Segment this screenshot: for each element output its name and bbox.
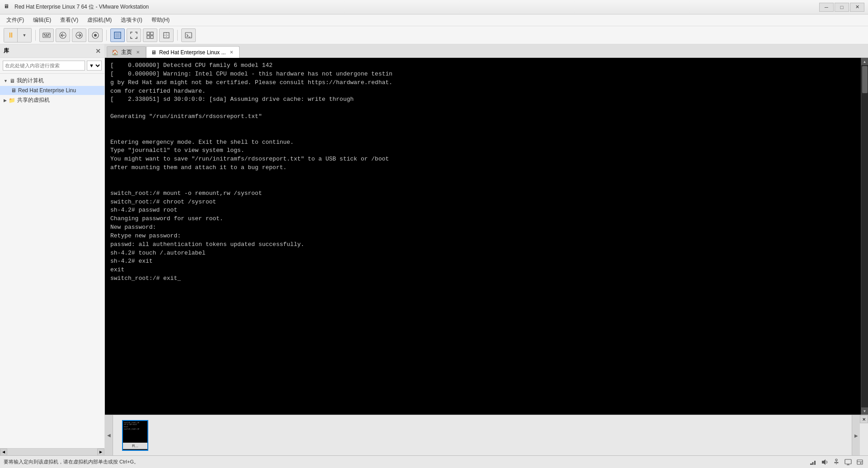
terminal-output: [ 0.000000] Detected CPU family 6 model …: [105, 58, 861, 287]
thumbnail-label: R...: [123, 443, 147, 449]
close-icon: ✕: [862, 417, 866, 422]
menu-vm[interactable]: 虚拟机(M): [83, 14, 116, 26]
sidebar-item-shared[interactable]: ▶ 📁 共享的虚拟机: [0, 95, 104, 105]
svg-rect-13: [147, 32, 150, 35]
svg-rect-23: [812, 462, 814, 465]
vm-area: [ 0.000000] Detected CPU family 6 model …: [105, 58, 868, 415]
scroll-thumb[interactable]: [862, 66, 868, 93]
sidebar-tree: ▼ 🖥 我的计算机 🖥 Red Hat Enterprise Linu ▶ 📁 …: [0, 74, 104, 448]
hscroll-left-button[interactable]: ◀: [0, 449, 7, 456]
svg-point-26: [835, 459, 837, 461]
close-button[interactable]: ✕: [850, 3, 864, 12]
thumbnail-screen: switch_root:/#sh-4.2# exitexitswitch_roo…: [123, 421, 147, 443]
toolbar-autofit[interactable]: [159, 28, 174, 42]
scroll-up-button[interactable]: ▲: [861, 58, 868, 65]
menu-help[interactable]: 帮助(H): [147, 14, 175, 26]
thumbnails-container: switch_root:/#sh-4.2# exitexitswitch_roo…: [113, 416, 157, 454]
thumbnail-scroll-right-button[interactable]: ▶: [852, 415, 860, 455]
toolbar-sep-3: [177, 30, 178, 41]
home-tab-close-button[interactable]: ✕: [135, 49, 141, 56]
toolbar-fullscreen[interactable]: [127, 28, 141, 42]
status-display-icon[interactable]: [844, 458, 853, 467]
toolbar: ⏸ ▼: [0, 26, 868, 44]
sidebar-item-rhel[interactable]: 🖥 Red Hat Enterprise Linu: [0, 86, 104, 95]
sidebar-item-label-rhel: Red Hat Enterprise Linu: [18, 87, 76, 94]
keyboard-icon: [42, 31, 51, 39]
menu-edit[interactable]: 编辑(E): [28, 14, 56, 26]
title-bar: 🖥 Red Hat Enterprise Linux 7 64 位 - VMwa…: [0, 0, 868, 14]
home-tab-icon: 🏠: [112, 49, 118, 56]
toolbar-sep-2: [106, 30, 107, 41]
normal-view-icon: [113, 31, 122, 39]
display-svg-icon: [844, 458, 852, 466]
computer-icon: 🖥: [9, 78, 15, 84]
sidebar-hscroll: ◀ ▶: [0, 448, 104, 455]
hscroll-track[interactable]: [7, 449, 97, 455]
status-network-icon[interactable]: [808, 458, 817, 467]
menu-file[interactable]: 文件(F): [2, 14, 28, 26]
sidebar-search-area: ▼: [0, 58, 104, 74]
svg-rect-34: [857, 460, 863, 464]
sidebar-title: 库: [4, 47, 9, 55]
rhel-tab-close-button[interactable]: ✕: [228, 49, 235, 56]
autofit-icon: [162, 31, 170, 39]
status-sound-icon[interactable]: [820, 458, 829, 467]
menu-view[interactable]: 查看(V): [56, 14, 83, 26]
snapshot-forward-icon: [75, 31, 83, 39]
sound-svg-icon: [821, 458, 829, 466]
svg-rect-31: [845, 459, 851, 464]
vm-icon: 🖥: [11, 87, 16, 94]
svg-rect-0: [43, 33, 50, 38]
toolbar-snapshot-take[interactable]: [88, 28, 103, 42]
folder-icon: 📁: [9, 97, 15, 104]
status-icons: [808, 458, 864, 467]
disk-svg-icon: [856, 458, 864, 466]
window-controls: ─ □ ✕: [819, 3, 864, 12]
tab-rhel[interactable]: 🖥 Red Hat Enterprise Linux ... ✕: [146, 46, 240, 58]
maximize-button[interactable]: □: [835, 3, 849, 12]
sidebar-close-button[interactable]: ✕: [95, 47, 101, 55]
minimize-button[interactable]: ─: [819, 3, 834, 12]
svg-rect-15: [147, 36, 150, 38]
toolbar-normal-view[interactable]: [110, 28, 125, 42]
sidebar: 库 ✕ ▼ ▼ 🖥 我的计算机 🖥 Red Hat Enterprise Lin…: [0, 44, 105, 455]
svg-rect-16: [151, 36, 153, 38]
tab-bar: 🏠 主页 ✕ 🖥 Red Hat Enterprise Linux ... ✕: [105, 44, 868, 58]
thumbnail-bar-close-button[interactable]: ✕: [860, 415, 868, 423]
sidebar-search-input[interactable]: [3, 61, 85, 71]
sidebar-item-my-computer[interactable]: ▼ 🖥 我的计算机: [0, 76, 104, 86]
toolbar-console[interactable]: [181, 28, 196, 42]
content-area: 🏠 主页 ✕ 🖥 Red Hat Enterprise Linux ... ✕ …: [105, 44, 868, 455]
thumbnail-scroll-left-button[interactable]: ◀: [105, 415, 113, 455]
toolbar-unity[interactable]: [143, 28, 157, 42]
status-disk-icon[interactable]: [855, 458, 864, 467]
fullscreen-icon: [130, 31, 138, 39]
vm-screen[interactable]: [ 0.000000] Detected CPU family 6 model …: [105, 58, 861, 415]
expand-icon-2: ▶: [4, 98, 7, 103]
main-area: 库 ✕ ▼ ▼ 🖥 我的计算机 🖥 Red Hat Enterprise Lin…: [0, 44, 868, 455]
sidebar-search-dropdown[interactable]: ▼: [87, 61, 102, 71]
toolbar-send-ctrlaltdel[interactable]: [39, 28, 54, 42]
tab-home[interactable]: 🏠 主页 ✕: [107, 46, 146, 58]
svg-point-36: [860, 462, 862, 463]
toolbar-snapshot-forward[interactable]: [72, 28, 86, 42]
svg-point-30: [837, 462, 839, 463]
thumbnail-bar: ✕ ◀ switch_root:/#sh-4.2# exitexitswitch…: [105, 415, 868, 455]
toolbar-snapshot-back[interactable]: [56, 28, 70, 42]
status-usb-icon[interactable]: [832, 458, 841, 467]
menu-bar: 文件(F) 编辑(E) 查看(V) 虚拟机(M) 选项卡(I) 帮助(H): [0, 14, 868, 26]
hscroll-right-button[interactable]: ▶: [97, 449, 104, 456]
toolbar-pause-button[interactable]: ⏸: [4, 28, 18, 42]
svg-point-29: [835, 462, 836, 463]
toolbar-sep-1: [35, 30, 36, 41]
app-icon: 🖥: [4, 3, 12, 11]
menu-tab[interactable]: 选项卡(I): [116, 14, 146, 26]
svg-marker-25: [822, 459, 826, 465]
thumbnail-item[interactable]: switch_root:/#sh-4.2# exitexitswitch_roo…: [122, 420, 148, 451]
svg-rect-3: [48, 34, 49, 35]
network-svg-icon: [809, 458, 817, 466]
svg-rect-1: [44, 34, 45, 35]
toolbar-pause-dropdown[interactable]: ▼: [18, 28, 31, 42]
scroll-down-button[interactable]: ▼: [861, 407, 868, 415]
screen-scrollbar[interactable]: ▲ ▼: [861, 58, 868, 415]
